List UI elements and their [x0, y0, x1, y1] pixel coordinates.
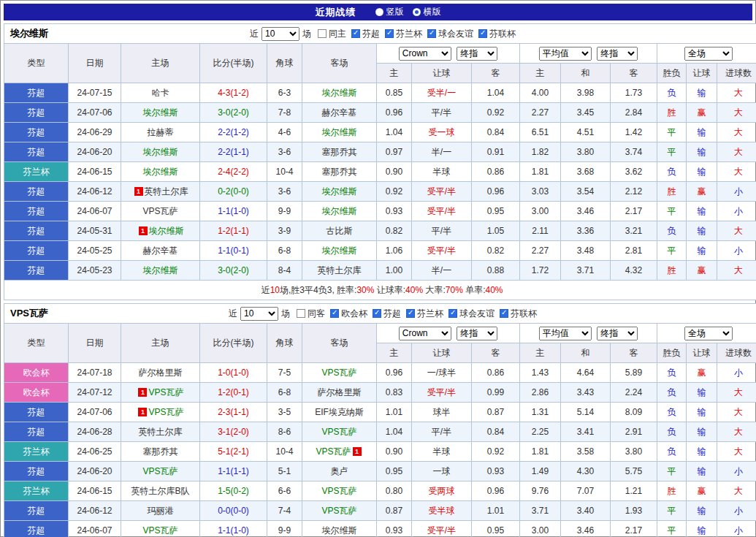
checkbox-club-friendly[interactable] [448, 309, 457, 318]
checkbox-fin-premier[interactable] [351, 29, 360, 38]
final-odds-select[interactable]: 终指 [597, 47, 638, 61]
score-cell[interactable]: 2-2(1-1) [200, 142, 267, 162]
filter-option-same-away[interactable]: 同客 [297, 308, 325, 320]
full-match-select[interactable]: 全场 [684, 327, 733, 340]
team-link[interactable]: 萨尔格里斯 [318, 387, 362, 397]
team-link[interactable]: 英特土尔库 [139, 427, 183, 437]
team-link[interactable]: 埃尔维斯 [143, 107, 178, 118]
checkbox-fin-league-cup[interactable] [478, 29, 487, 38]
full-match-select[interactable]: 全场 [684, 47, 733, 61]
team-link[interactable]: 赫尔辛基 [322, 107, 357, 118]
team-link[interactable]: VPS瓦萨 [142, 206, 177, 216]
team-link[interactable]: 赫尔辛基 [143, 245, 178, 256]
vertical-layout-option[interactable]: 竖版 [375, 6, 404, 18]
filter-option-fin-cup[interactable]: 芬兰杯 [406, 308, 443, 320]
team-link[interactable]: VPS瓦萨 [316, 446, 351, 457]
score-cell[interactable]: 1-2(1-1) [200, 221, 267, 241]
team-link[interactable]: 英特土尔库 [318, 265, 362, 275]
checkbox-fin-league-cup[interactable] [500, 309, 508, 318]
final-odds-select[interactable]: 终指 [457, 47, 497, 61]
score-cell[interactable]: 2-2(1-2) [200, 123, 267, 142]
score-cell[interactable]: 3-0(2-0) [200, 103, 267, 123]
match-count-select[interactable]: 10 [261, 27, 299, 41]
team-link[interactable]: 英特土尔库B队 [131, 486, 189, 496]
bookmaker-select[interactable]: Crown [399, 47, 451, 61]
score-cell[interactable]: 0-0(0-0) [200, 501, 267, 521]
team-link[interactable]: 埃尔维斯 [322, 245, 357, 256]
team-link[interactable]: 哈卡 [152, 88, 169, 98]
filter-option-fin-league-cup[interactable]: 芬联杯 [500, 308, 537, 320]
filter-option-same-home[interactable]: 同主 [318, 28, 346, 40]
score-cell[interactable]: 1-1(1-1) [200, 462, 267, 481]
team-link[interactable]: 埃尔维斯 [143, 167, 178, 177]
checkbox-fin-cup[interactable] [385, 29, 394, 38]
team-link[interactable]: 塞那乔其 [322, 167, 357, 177]
final-odds-select[interactable]: 终指 [597, 327, 638, 340]
score-cell[interactable]: 4-3(1-2) [200, 83, 267, 103]
vertical-radio[interactable] [375, 8, 383, 16]
team-link[interactable]: VPS瓦萨 [142, 466, 177, 476]
team-link[interactable]: 埃尔维斯 [322, 186, 357, 197]
checkbox-same-away[interactable] [297, 309, 305, 318]
team-link[interactable]: VPS瓦萨 [148, 387, 183, 397]
match-count-select[interactable]: 10 [240, 307, 278, 321]
horizontal-radio[interactable] [413, 8, 421, 16]
score-cell[interactable]: 2-3(1-1) [200, 403, 267, 422]
checkbox-conf-league[interactable] [330, 309, 339, 318]
filter-option-club-friendly[interactable]: 球会友谊 [427, 28, 473, 40]
filter-option-fin-premier[interactable]: 芬超 [373, 308, 401, 320]
score-cell[interactable]: 3-0(2-0) [200, 261, 267, 281]
team-link[interactable]: EIF埃克纳斯 [315, 407, 364, 417]
team-link[interactable]: VPS瓦萨 [321, 486, 356, 496]
score-cell[interactable]: 1-0(1-0) [200, 363, 267, 383]
team-link[interactable]: 塞那乔其 [143, 446, 178, 457]
team-link[interactable]: 埃尔维斯 [322, 127, 357, 137]
filter-option-fin-cup[interactable]: 芬兰杯 [385, 28, 422, 40]
team-link[interactable]: 古比斯 [327, 226, 353, 236]
bookmaker-header-cell: Crown 终指 [377, 324, 520, 343]
average-select[interactable]: 平均值 [539, 47, 592, 61]
team-link[interactable]: 玛丽港 [148, 506, 174, 516]
filter-option-fin-premier[interactable]: 芬超 [351, 28, 380, 40]
score-cell[interactable]: 1-2(0-1) [200, 383, 267, 403]
result-cell: 胜 [657, 481, 687, 501]
score-cell[interactable]: 3-1(2-0) [200, 422, 267, 442]
team-link[interactable]: 拉赫蒂 [148, 127, 174, 137]
bookmaker-select[interactable]: Crown [399, 327, 451, 340]
team-link[interactable]: 萨尔格里斯 [139, 367, 183, 378]
score-cell[interactable]: 0-2(0-0) [200, 182, 267, 202]
handicap-cell: 一球 [412, 462, 472, 481]
team-link[interactable]: 埃尔维斯 [322, 88, 357, 98]
team-link[interactable]: 塞那乔其 [322, 147, 357, 157]
team-link[interactable]: 英特土尔库 [145, 186, 188, 197]
team-link[interactable]: VPS瓦萨 [142, 525, 177, 536]
checkbox-fin-cup[interactable] [406, 309, 415, 318]
team-link[interactable]: 埃尔维斯 [143, 265, 178, 275]
score-cell[interactable]: 1-1(0-1) [200, 241, 267, 261]
score-cell[interactable]: 1-1(1-0) [200, 521, 267, 537]
average-select[interactable]: 平均值 [539, 327, 592, 340]
page: 近期战绩 竖版 横版 埃尔维斯 近10场同主芬超芬兰杯球会友谊芬联杯 [0, 0, 756, 537]
team-link[interactable]: 埃尔维斯 [143, 147, 178, 157]
filter-option-club-friendly[interactable]: 球会友谊 [448, 308, 495, 320]
team-link[interactable]: VPS瓦萨 [148, 407, 183, 417]
score-cell[interactable]: 1-1(1-0) [200, 202, 267, 221]
checkbox-same-home[interactable] [318, 29, 327, 38]
team-link[interactable]: 奥卢 [331, 466, 348, 476]
filter-option-conf-league[interactable]: 欧会杯 [330, 308, 367, 320]
checkbox-club-friendly[interactable] [427, 29, 436, 38]
team-link[interactable]: 埃尔维斯 [149, 226, 184, 236]
filter-option-fin-league-cup[interactable]: 芬联杯 [478, 28, 516, 40]
team-link[interactable]: 埃尔维斯 [322, 206, 357, 216]
score-cell[interactable]: 1-5(0-2) [200, 481, 267, 501]
final-odds-select[interactable]: 终指 [457, 327, 497, 340]
team-link[interactable]: 埃尔维斯 [322, 525, 357, 536]
team-link[interactable]: VPS瓦萨 [321, 367, 356, 378]
team-link[interactable]: VPS瓦萨 [321, 427, 356, 437]
checkbox-fin-premier[interactable] [373, 309, 381, 318]
horizontal-layout-option[interactable]: 横版 [413, 6, 441, 18]
team-link[interactable]: VPS瓦萨 [321, 506, 356, 516]
col-handicap-result: 让球 [687, 343, 717, 363]
score-cell[interactable]: 5-1(2-1) [200, 442, 267, 462]
score-cell[interactable]: 2-4(2-2) [200, 162, 267, 182]
